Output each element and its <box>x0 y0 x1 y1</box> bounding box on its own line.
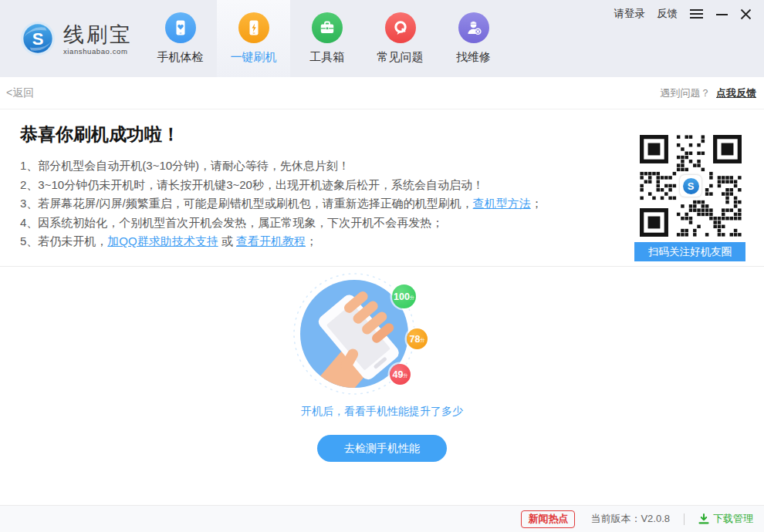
faq-icon <box>385 12 416 43</box>
repair-icon <box>458 12 489 43</box>
issue-prompt-text: 遇到问题？ <box>660 87 710 99</box>
tab-one-key-flash[interactable]: 一键刷机 <box>217 0 290 77</box>
feedback-link[interactable]: 反馈 <box>657 7 678 21</box>
tab-label: 常见问题 <box>377 50 424 65</box>
download-icon <box>698 513 709 524</box>
brand-s-icon: S <box>20 21 56 56</box>
flash-phone-icon <box>238 12 269 43</box>
score-badge-100: 100分 <box>392 285 416 308</box>
minimize-icon[interactable] <box>715 8 729 19</box>
menu-icon[interactable] <box>689 8 704 19</box>
performance-promo-section: 100分 78分 49分 开机后，看看手机性能提升了多少 去检测手机性能 <box>0 272 764 462</box>
window-controls: 请登录 反馈 <box>614 7 752 21</box>
issue-feedback-link[interactable]: 点我反馈 <box>716 87 756 99</box>
tab-phone-checkup[interactable]: 手机体检 <box>144 0 217 77</box>
sub-toolbar: <返回 遇到问题？ 点我反馈 <box>0 77 764 109</box>
follow-wechat-button[interactable]: 扫码关注好机友圈 <box>634 242 745 261</box>
qq-group-link[interactable]: 加QQ群求助技术支持 <box>107 234 218 247</box>
brand-domain: xianshuabao.com <box>63 47 133 56</box>
step-text: 1、部分机型会自动开机(3~10分钟)，请耐心等待，先休息片刻！ <box>20 159 350 172</box>
tab-toolbox[interactable]: 工具箱 <box>290 0 363 77</box>
tab-label: 找维修 <box>456 50 491 65</box>
step-text: ； <box>306 234 317 247</box>
tab-find-repair[interactable]: 找维修 <box>437 0 510 77</box>
qr-center-logo: S <box>680 175 701 197</box>
step-text: 4、因系统初始化，个别机型首次开机会发热，属正常现象，下次开机不会再发热； <box>20 216 443 229</box>
download-label: 下载管理 <box>713 512 753 526</box>
issue-prompt: 遇到问题？ 点我反馈 <box>660 86 756 100</box>
success-section: 恭喜你刷机成功啦！ 1、部分机型会自动开机(3~10分钟)，请耐心等待，先休息片… <box>0 109 764 267</box>
tab-label: 工具箱 <box>309 50 344 65</box>
app-logo: S 线刷宝 xianshuabao.com <box>0 0 144 77</box>
check-model-link[interactable]: 查机型方法 <box>473 197 531 210</box>
svg-text:S: S <box>32 29 44 49</box>
news-hotspot-badge[interactable]: 新闻热点 <box>521 510 575 528</box>
test-performance-button[interactable]: 去检测手机性能 <box>317 435 447 462</box>
login-link[interactable]: 请登录 <box>614 7 646 21</box>
tab-label: 一键刷机 <box>231 50 277 65</box>
brand-name: 线刷宝 <box>63 23 133 46</box>
boot-tutorial-link[interactable]: 查看开机教程 <box>236 234 306 247</box>
download-manager-button[interactable]: 下载管理 <box>698 512 753 526</box>
status-bar: 新闻热点 当前版本：V2.0.8 下载管理 <box>0 505 764 532</box>
qr-panel: S 扫码关注好机友圈 <box>634 135 747 261</box>
close-icon[interactable] <box>740 8 752 20</box>
version-label: 当前版本：V2.0.8 <box>590 512 670 526</box>
step-text: ； <box>531 197 543 210</box>
footer-divider <box>684 513 685 525</box>
qr-code: S <box>640 135 742 237</box>
score-badge-49: 49分 <box>390 364 411 385</box>
back-button[interactable]: <返回 <box>6 86 34 100</box>
tab-faq[interactable]: 常见问题 <box>363 0 437 77</box>
hand-phone-illustration: 100分 78分 49分 <box>292 272 455 398</box>
score-badge-78: 78分 <box>407 328 428 349</box>
hand-phone-graphic <box>292 272 455 398</box>
toolbox-icon <box>312 12 343 43</box>
promo-caption: 开机后，看看手机性能提升了多少 <box>0 405 764 419</box>
main-nav: 手机体检 一键刷机 工具箱 <box>144 0 510 77</box>
app-header: S 线刷宝 xianshuabao.com 手机体检 <box>0 0 764 77</box>
step-text: 3、若屏幕花屏/闪屏/频繁重启，可能是刷错机型或刷机包，请重新选择正确的机型刷机… <box>20 197 473 210</box>
tab-label: 手机体检 <box>157 50 204 65</box>
step-text: 5、若仍未开机， <box>20 234 107 247</box>
phone-health-icon <box>165 12 196 43</box>
step-text: 2、3~10分钟仍未开机时，请长按开机键3~20秒，出现开机迹象后松开，系统会自… <box>20 178 484 191</box>
step-text: 或 <box>218 234 236 247</box>
